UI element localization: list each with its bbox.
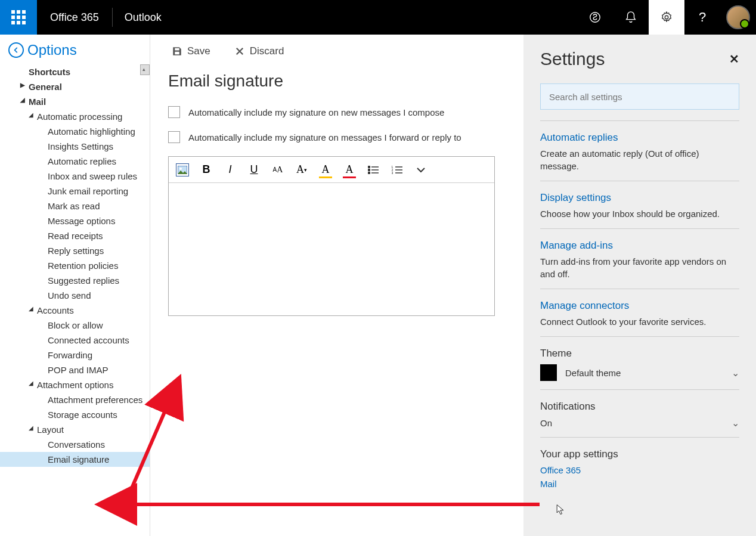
back-button[interactable] [8, 42, 24, 58]
font-size-icon[interactable]: AA [271, 163, 284, 176]
auto-replies-desc: Create an automatic reply (Out of office… [540, 147, 739, 172]
manage-addins-link[interactable]: Manage add-ins [540, 240, 739, 252]
manage-addins-desc: Turn add-ins from your favorite app vend… [540, 255, 739, 280]
tree-auto-replies[interactable]: Automatic replies [0, 154, 150, 169]
discard-button[interactable]: Discard [234, 45, 284, 57]
editor-toolbar: B I U AA A▾ A A 123 [169, 157, 494, 183]
app-name[interactable]: Outlook [113, 11, 173, 24]
options-header: Options [0, 35, 150, 64]
notifications-label: Notifications [540, 401, 739, 413]
tree-mark-read[interactable]: Mark as read [0, 199, 150, 213]
font-color-icon[interactable]: A [343, 163, 356, 176]
page-title: Email signature [168, 72, 506, 91]
tree-attach-opts[interactable]: ◢Attachment options [0, 377, 150, 392]
options-tree[interactable]: Shortcuts ▶General ◢Mail ◢Automatic proc… [0, 64, 150, 536]
tree-reply-settings[interactable]: Reply settings [0, 243, 150, 258]
skype-icon[interactable] [577, 0, 613, 35]
insert-image-icon[interactable] [176, 163, 189, 176]
svg-point-6 [368, 169, 370, 171]
tree-connected[interactable]: Connected accounts [0, 333, 150, 348]
tree-mail[interactable]: ◢Mail [0, 94, 150, 109]
content-toolbar: Save Discard [172, 45, 506, 57]
number-list-icon[interactable]: 123 [391, 163, 404, 176]
tree-attach-prefs[interactable]: Attachment preferences [0, 392, 150, 407]
tree-forwarding[interactable]: Forwarding [0, 348, 150, 363]
theme-selector[interactable]: Default theme ⌄ [540, 364, 739, 381]
bold-icon[interactable]: B [200, 163, 213, 176]
help-icon[interactable]: ? [684, 0, 720, 35]
check-new-label: Automatically include my signature on ne… [188, 107, 444, 117]
highlight-color-icon[interactable]: A [319, 163, 332, 176]
svg-point-8 [368, 172, 370, 173]
tree-general[interactable]: ▶General [0, 79, 150, 94]
app-launcher[interactable] [0, 0, 37, 35]
check-new-messages: Automatically include my signature on ne… [168, 106, 506, 118]
svg-text:3: 3 [392, 171, 394, 174]
underline-icon[interactable]: U [247, 163, 261, 176]
tree-shortcuts[interactable]: Shortcuts [0, 64, 150, 79]
font-family-icon[interactable]: A▾ [295, 163, 308, 176]
tree-accounts[interactable]: ◢Accounts [0, 303, 150, 318]
tree-undo[interactable]: Undo send [0, 288, 150, 303]
display-settings-link[interactable]: Display settings [540, 192, 739, 204]
tree-layout[interactable]: ◢Layout [0, 422, 150, 437]
chevron-down-icon[interactable]: ⌄ [732, 417, 739, 429]
tree-retention[interactable]: Retention policies [0, 258, 150, 273]
options-title: Options [27, 42, 77, 58]
brand-label: Office 365 [37, 11, 112, 24]
check-forward-label: Automatically include my signature on me… [188, 132, 461, 142]
check-forward-reply: Automatically include my signature on me… [168, 131, 506, 143]
svg-point-4 [368, 166, 370, 168]
tree-auto-highlighting[interactable]: Automatic highlighting [0, 124, 150, 139]
options-sidebar: Options Shortcuts ▶General ◢Mail ◢Automa… [0, 35, 150, 536]
more-options-icon[interactable] [414, 163, 427, 176]
checkbox-forward[interactable] [168, 131, 180, 143]
editor-textarea[interactable] [169, 183, 494, 315]
tree-read-receipts[interactable]: Read receipts [0, 228, 150, 243]
italic-icon[interactable]: I [224, 163, 237, 176]
manage-connectors-desc: Connect Outlook to your favorite service… [540, 315, 739, 328]
svg-point-3 [179, 168, 182, 170]
notifications-icon[interactable] [613, 0, 649, 35]
waffle-icon [11, 10, 26, 24]
theme-swatch [540, 364, 557, 381]
theme-label: Theme [540, 348, 739, 360]
notifications-selector[interactable]: On ⌄ [540, 417, 739, 429]
checkbox-new[interactable] [168, 106, 180, 118]
manage-connectors-link[interactable]: Manage connectors [540, 300, 739, 312]
scrollbar-up[interactable] [140, 64, 150, 75]
save-button[interactable]: Save [172, 45, 210, 57]
tree-junk[interactable]: Junk email reporting [0, 184, 150, 199]
tree-block-allow[interactable]: Block or allow [0, 318, 150, 333]
chevron-down-icon[interactable]: ⌄ [732, 367, 739, 379]
tree-email-signature[interactable]: Email signature [0, 452, 150, 467]
tree-storage[interactable]: Storage accounts [0, 407, 150, 422]
signature-editor: B I U AA A▾ A A 123 [168, 156, 495, 316]
auto-replies-link[interactable]: Automatic replies [540, 132, 739, 144]
app-settings-label: Your app settings [540, 448, 739, 460]
app-link-office365[interactable]: Office 365 [540, 465, 739, 475]
header-bar: Office 365 Outlook ? [0, 0, 756, 35]
tree-suggested[interactable]: Suggested replies [0, 273, 150, 288]
theme-name: Default theme [565, 368, 723, 378]
settings-gear-icon[interactable] [649, 0, 684, 35]
settings-panel: Settings ✕ Automatic replies Create an a… [523, 35, 756, 536]
user-avatar[interactable] [726, 5, 750, 29]
close-settings-button[interactable]: ✕ [729, 52, 739, 66]
tree-conversations[interactable]: Conversations [0, 437, 150, 452]
tree-insights[interactable]: Insights Settings [0, 139, 150, 154]
tree-inbox-rules[interactable]: Inbox and sweep rules [0, 169, 150, 184]
tree-auto-processing[interactable]: ◢Automatic processing [0, 109, 150, 124]
tree-pop-imap[interactable]: POP and IMAP [0, 363, 150, 377]
content-pane: Save Discard Email signature Automatical… [150, 35, 523, 536]
settings-search-input[interactable] [540, 83, 739, 110]
app-link-mail[interactable]: Mail [540, 479, 739, 489]
bullet-list-icon[interactable] [367, 163, 380, 176]
settings-title: Settings [540, 49, 605, 69]
svg-point-1 [665, 16, 668, 19]
tree-msg-options[interactable]: Message options [0, 213, 150, 228]
display-settings-desc: Choose how your Inbox should be organize… [540, 207, 739, 220]
notifications-value: On [540, 418, 552, 428]
